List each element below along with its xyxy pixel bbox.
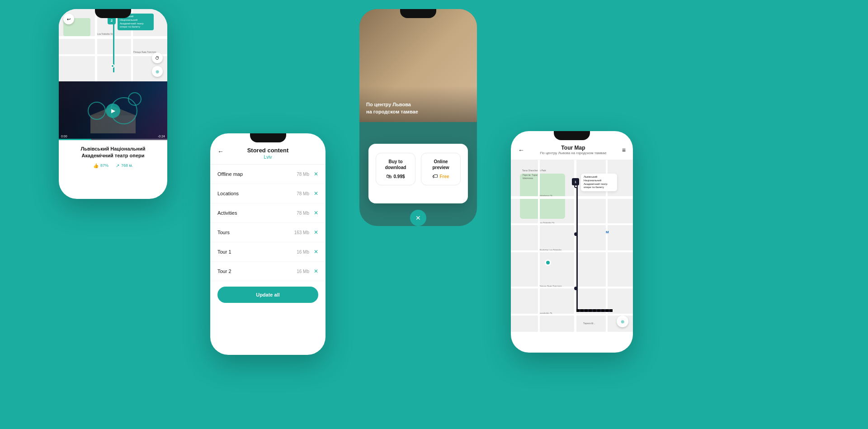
phone4-title-block: Tour Map По центру Львова на городском т… xyxy=(524,145,622,155)
item-size: 78 Mb xyxy=(297,191,309,196)
distance-icon: ↗ xyxy=(116,163,119,168)
item-close-button[interactable]: ✕ xyxy=(314,190,318,197)
preview-price-value: Free xyxy=(439,174,449,179)
street-label: Площа Льва Толстого xyxy=(133,51,156,53)
storage-footer: Update all xyxy=(210,281,326,308)
item-close-button[interactable]: ✕ xyxy=(314,249,318,255)
tour-road xyxy=(511,196,633,199)
phone1-notch xyxy=(95,9,131,18)
tour-road xyxy=(538,160,540,332)
preview-price-row: 🏷 Free xyxy=(425,173,457,179)
item-right: 163 Mb ✕ xyxy=(294,229,318,236)
map-location-dot xyxy=(111,64,114,68)
phone4-subtitle: По центру Львова на городском тамвае xyxy=(524,151,622,155)
phone4-notch xyxy=(554,131,590,140)
distance-stat: ↗ 768 м. xyxy=(116,163,133,168)
phone4-back-button[interactable]: ← xyxy=(518,146,524,154)
item-close-button[interactable]: ✕ xyxy=(314,171,318,177)
video-progress-bar[interactable] xyxy=(59,139,167,140)
item-close-button[interactable]: ✕ xyxy=(314,268,318,274)
phone3-image: По центру Львова на городском тамвае xyxy=(359,9,477,122)
storage-item: Locations 78 Mb ✕ xyxy=(210,184,326,203)
purchase-dialog: Buy to download 🛍 0.99$ Online preview 🏷… xyxy=(368,144,468,203)
map-back-button[interactable]: ↩ xyxy=(63,14,74,24)
tour-road xyxy=(511,287,633,288)
map-label-park: Taras Shevchenko Park xyxy=(522,169,546,172)
item-close-button[interactable]: ✕ xyxy=(314,229,318,236)
dialog-close-button[interactable]: ✕ xyxy=(410,210,426,226)
item-name: Locations xyxy=(217,191,239,196)
item-name: Tours xyxy=(217,230,230,235)
header-subtitle: Lviv xyxy=(264,155,272,160)
phone2-notch xyxy=(250,133,286,142)
phone-1: Lva Tolstoho St Площа Льва Толстого 2 Ль… xyxy=(59,9,167,199)
tour-tooltip: Львівський Національний Академічний теат… xyxy=(581,174,617,191)
item-right: 16 Mb ✕ xyxy=(297,268,318,274)
phone-2: ← Stored content Lviv Offline map 78 Mb … xyxy=(210,133,326,355)
item-name: Tour 1 xyxy=(217,249,231,255)
storage-item: Tour 1 16 Mb ✕ xyxy=(210,242,326,262)
item-name: Activities xyxy=(217,210,237,216)
tour-road xyxy=(511,250,633,252)
preview-price-icon: 🏷 xyxy=(432,173,438,179)
item-size: 16 Mb xyxy=(297,250,309,255)
deco-circle xyxy=(88,102,106,120)
item-right: 78 Mb ✕ xyxy=(297,210,318,216)
close-icon: ✕ xyxy=(415,214,421,222)
storage-list: Offline map 78 Mb ✕ Locations 78 Mb ✕ Ac… xyxy=(210,165,326,281)
item-right: 78 Mb ✕ xyxy=(297,171,318,177)
item-name: Offline map xyxy=(217,171,243,177)
buy-price-row: 🛍 0.99$ xyxy=(380,173,411,179)
phone1-info: Львівський Національний Академічний теат… xyxy=(59,140,167,174)
video-time-start: 0:00 xyxy=(61,135,67,138)
deco-circle xyxy=(128,92,142,106)
dialog-options: Buy to download 🛍 0.99$ Online preview 🏷… xyxy=(376,153,461,185)
tour-route-line xyxy=(576,183,578,309)
phone-3-container: По центру Львова на городском тамвае Buy… xyxy=(359,9,477,226)
phone1-image: ▶ 0:00 -0:24 xyxy=(59,81,167,140)
item-right: 78 Mb ✕ xyxy=(297,190,318,197)
item-size: 163 Mb xyxy=(294,230,309,235)
tour-compass-button[interactable]: ⊕ xyxy=(617,316,628,327)
preview-title: Online preview xyxy=(425,159,457,170)
buy-to-download-option[interactable]: Buy to download 🛍 0.99$ xyxy=(376,153,415,185)
phone3-bg-text: По центру Львова на городском тамвае xyxy=(366,101,418,115)
buy-price-value: 0.99$ xyxy=(393,174,405,179)
phone3-notch xyxy=(400,9,436,18)
metro-icon: M xyxy=(606,230,609,234)
tour-road xyxy=(511,223,633,225)
phone1-map: Lva Tolstoho St Площа Льва Толстого 2 Ль… xyxy=(59,9,167,81)
buy-price-icon: 🛍 xyxy=(386,173,392,179)
online-preview-option[interactable]: Online preview 🏷 Free xyxy=(421,153,461,185)
tour-location-dot xyxy=(545,259,551,266)
item-name: Tour 2 xyxy=(217,269,231,274)
back-button[interactable]: ← xyxy=(217,148,224,155)
like-icon: 👍 xyxy=(93,163,99,168)
map-nav-button[interactable]: ⏱ xyxy=(152,52,163,63)
like-value: 87% xyxy=(100,163,108,168)
distance-value: 768 м. xyxy=(121,163,133,168)
update-all-button[interactable]: Update all xyxy=(217,287,318,303)
play-button[interactable]: ▶ xyxy=(106,104,120,118)
map-background: Lva Tolstoho St Площа Льва Толстого 2 Ль… xyxy=(59,9,167,81)
video-time-end: -0:24 xyxy=(158,135,165,138)
item-close-button[interactable]: ✕ xyxy=(314,210,318,216)
header-title: Stored content xyxy=(247,147,289,154)
map-compass-button[interactable]: ⊕ xyxy=(152,66,163,77)
item-size: 78 Mb xyxy=(297,172,309,177)
storage-item: Activities 78 Mb ✕ xyxy=(210,203,326,223)
phone4-title: Tour Map xyxy=(524,145,622,151)
phone4-menu-button[interactable]: ≡ xyxy=(622,146,626,154)
phone-4: ← Tour Map По центру Львова на городском… xyxy=(511,131,633,353)
item-size: 16 Mb xyxy=(297,269,309,274)
phone1-stats: 👍 87% ↗ 768 м. xyxy=(64,163,162,168)
like-stat: 👍 87% xyxy=(93,163,108,168)
tour-dot-3 xyxy=(574,287,578,290)
map-label-arasa: Тараса Ш... xyxy=(583,322,595,325)
tour-dot-2 xyxy=(574,232,578,236)
map-road xyxy=(95,9,97,81)
phone1-title: Львівський Національний Академічний теат… xyxy=(64,146,162,160)
video-progress-fill xyxy=(59,139,91,140)
storage-item: Offline map 78 Mb ✕ xyxy=(210,165,326,184)
map-label-park2: Парк ім. Тараса xyxy=(523,174,539,176)
